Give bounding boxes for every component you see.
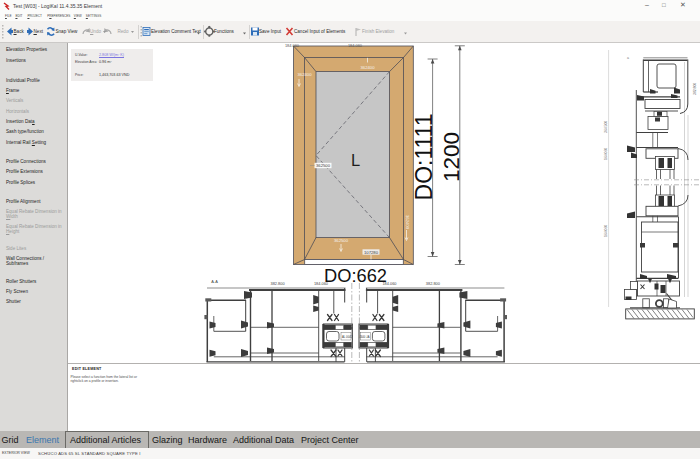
svg-text:a: a <box>627 56 629 60</box>
svg-text:107280: 107280 <box>364 250 379 255</box>
svg-text:362400: 362400 <box>405 215 410 230</box>
svg-text:184.060: 184.060 <box>348 43 363 48</box>
svg-text:362500: 362500 <box>316 163 331 168</box>
svg-text:362500: 362500 <box>334 238 349 243</box>
svg-text:164.060: 164.060 <box>604 225 608 237</box>
svg-text:382.800: 382.800 <box>426 281 441 286</box>
svg-text:184.060: 184.060 <box>314 281 329 286</box>
svg-text:362400: 362400 <box>298 72 313 77</box>
svg-text:DO:662: DO:662 <box>324 265 387 286</box>
svg-text:382.800: 382.800 <box>271 281 286 286</box>
svg-text:DO:1111: DO:1111 <box>411 114 437 201</box>
svg-text:382.800: 382.800 <box>693 83 697 95</box>
svg-text:1200: 1200 <box>439 132 464 182</box>
svg-text:L: L <box>351 151 360 169</box>
svg-text:184.060: 184.060 <box>285 43 300 48</box>
svg-text:AL 0045: AL 0045 <box>342 335 353 339</box>
svg-text:164.060: 164.060 <box>604 148 608 160</box>
svg-text:A-A: A-A <box>211 279 218 284</box>
svg-text:364.500: 364.500 <box>604 121 608 133</box>
svg-text:362400: 362400 <box>361 65 376 70</box>
svg-text:184.060: 184.060 <box>382 281 397 286</box>
